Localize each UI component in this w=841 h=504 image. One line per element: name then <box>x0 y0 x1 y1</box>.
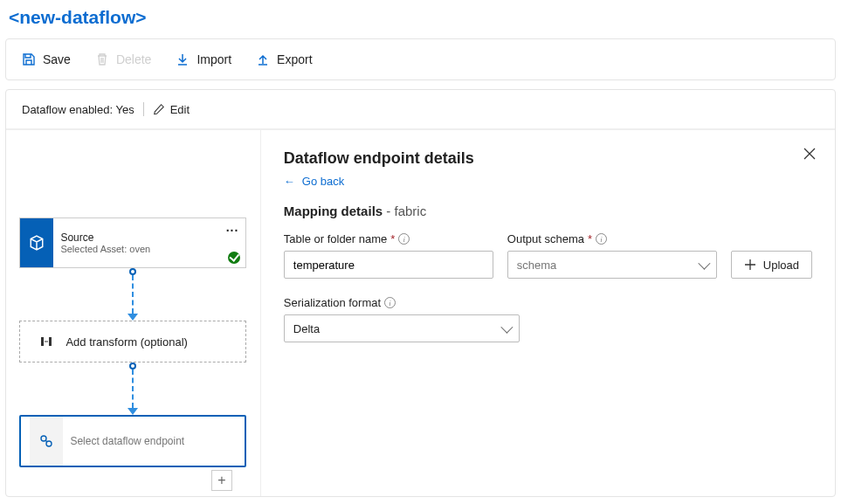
pencil-icon <box>153 103 165 115</box>
status-bar: Dataflow enabled: Yes Edit <box>6 90 835 129</box>
mapping-subtitle: - fabric <box>386 204 426 218</box>
select-endpoint-node[interactable]: Select dataflow endpoint <box>19 415 246 467</box>
info-icon[interactable]: i <box>398 233 410 245</box>
serialization-label: Serialization format <box>284 296 381 309</box>
diagram-canvas: Source Selected Asset: oven ··· Add tran… <box>6 130 261 496</box>
cube-icon <box>20 218 53 267</box>
source-subtitle: Selected Asset: oven <box>60 244 238 254</box>
export-button[interactable]: Export <box>256 52 312 66</box>
close-icon <box>803 148 816 160</box>
edit-button[interactable]: Edit <box>153 103 190 116</box>
plus-icon <box>744 259 756 271</box>
output-schema-select[interactable]: schema <box>507 251 717 279</box>
save-icon <box>22 52 36 66</box>
details-panel: Dataflow endpoint details ← Go back Mapp… <box>261 130 835 496</box>
delete-button: Delete <box>95 52 151 66</box>
page-title: <new-dataflow> <box>5 5 836 38</box>
source-title: Source <box>60 231 238 244</box>
arrow-left-icon: ← <box>284 175 295 188</box>
add-node-button[interactable]: + <box>211 470 232 491</box>
toolbar: Save Delete Import Export <box>5 38 836 80</box>
enabled-status: Dataflow enabled: Yes <box>22 103 134 116</box>
chevron-down-icon <box>698 258 710 270</box>
save-button[interactable]: Save <box>22 52 71 66</box>
mapping-title: Mapping details <box>284 204 383 218</box>
table-name-label: Table or folder name <box>284 232 388 245</box>
add-transform-node[interactable]: Add transform (optional) <box>19 321 246 362</box>
table-name-input[interactable] <box>284 251 493 279</box>
serialization-select[interactable]: Delta <box>284 314 520 342</box>
node-more-button[interactable]: ··· <box>226 224 239 238</box>
transform-icon <box>39 335 53 349</box>
export-icon <box>256 52 270 66</box>
go-back-link[interactable]: ← Go back <box>284 175 812 188</box>
import-button[interactable]: Import <box>176 52 231 66</box>
import-icon <box>176 52 190 66</box>
upload-button[interactable]: Upload <box>731 251 812 279</box>
close-button[interactable] <box>803 148 816 163</box>
endpoint-icon <box>30 417 63 466</box>
trash-icon <box>95 52 109 66</box>
chevron-down-icon <box>500 321 513 334</box>
info-icon[interactable]: i <box>384 297 396 308</box>
check-icon <box>228 252 240 264</box>
info-icon[interactable]: i <box>596 233 607 245</box>
source-node[interactable]: Source Selected Asset: oven ··· <box>19 217 246 268</box>
output-schema-label: Output schema <box>507 232 584 245</box>
details-heading: Dataflow endpoint details <box>284 149 812 168</box>
